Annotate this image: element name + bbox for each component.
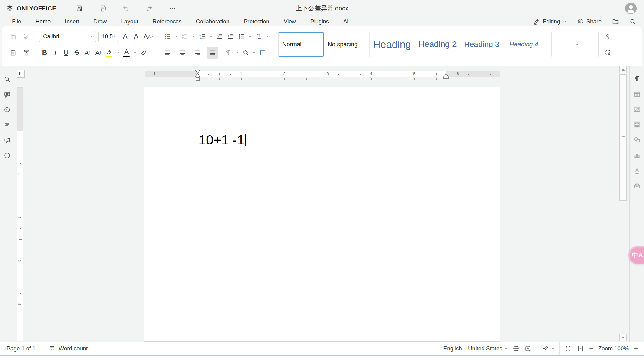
- vertical-ruler[interactable]: 1234: [17, 87, 23, 341]
- replace-button[interactable]: [603, 31, 614, 42]
- decrease-indent-button[interactable]: [214, 31, 225, 42]
- highlight-color-dropdown[interactable]: [115, 47, 121, 59]
- bullets-button[interactable]: [162, 31, 173, 42]
- paragraph-direction-dropdown[interactable]: [264, 31, 271, 42]
- change-case-button[interactable]: AA: [142, 31, 156, 42]
- zoom-out-button[interactable]: −: [589, 345, 593, 352]
- underline-button[interactable]: U: [61, 47, 71, 59]
- undo-button[interactable]: [121, 3, 131, 13]
- heading-2-style[interactable]: Heading 2: [415, 32, 460, 57]
- image-settings-button[interactable]: [633, 106, 641, 113]
- scroll-up-button[interactable]: [619, 66, 627, 73]
- track-changes-button[interactable]: [542, 345, 555, 352]
- comments-button[interactable]: [3, 91, 11, 98]
- multilevel-dropdown[interactable]: [208, 31, 214, 42]
- decrease-font-size-button[interactable]: Aˇ: [131, 31, 142, 42]
- copy-button[interactable]: [8, 31, 19, 42]
- collaboration-tab[interactable]: Collaboration: [195, 17, 230, 26]
- select-all-button[interactable]: [603, 47, 614, 59]
- nonprinting-dropdown[interactable]: [234, 47, 240, 59]
- print-button[interactable]: [97, 3, 108, 13]
- strikethrough-button[interactable]: S: [71, 47, 82, 59]
- document-text[interactable]: 10+1 -1: [199, 132, 246, 148]
- headerfooter-settings-button[interactable]: [633, 121, 641, 128]
- shape-settings-button[interactable]: [633, 136, 641, 143]
- nonprinting-characters-button[interactable]: [223, 47, 234, 59]
- paragraph-direction-button[interactable]: [253, 31, 264, 42]
- open-file-location-button[interactable]: [612, 18, 619, 25]
- chat-button[interactable]: [3, 106, 11, 113]
- line-spacing-dropdown[interactable]: [247, 31, 253, 42]
- no-spacing-style[interactable]: No spacing: [324, 32, 370, 57]
- protection-tab[interactable]: Protection: [243, 17, 270, 26]
- view-tab[interactable]: View: [283, 17, 297, 26]
- scrollbar-thumb[interactable]: [619, 74, 627, 201]
- draw-tab[interactable]: Draw: [93, 17, 107, 26]
- copy-style-button[interactable]: [21, 47, 32, 59]
- font-size-select[interactable]: 10.5: [98, 31, 118, 42]
- fit-width-button[interactable]: [577, 345, 584, 352]
- paste-button[interactable]: [8, 47, 19, 59]
- shading-button[interactable]: [240, 47, 251, 59]
- translate-plugin-button[interactable]: 中A: [628, 246, 644, 264]
- multilevel-list-button[interactable]: [197, 31, 208, 42]
- about-button[interactable]: [3, 152, 11, 159]
- ai-tab[interactable]: AI: [343, 17, 349, 26]
- file-tab[interactable]: File: [11, 17, 22, 26]
- references-tab[interactable]: References: [152, 17, 182, 26]
- right-indent-marker[interactable]: [443, 74, 449, 80]
- zoom-in-button[interactable]: +: [634, 345, 638, 352]
- align-center-button[interactable]: [177, 47, 188, 59]
- line-spacing-button[interactable]: [236, 31, 247, 42]
- table-settings-button[interactable]: [633, 90, 641, 98]
- numbering-dropdown[interactable]: [190, 31, 197, 42]
- layout-tab[interactable]: Layout: [120, 17, 139, 26]
- mailmerge-settings-button[interactable]: [633, 182, 641, 189]
- borders-button[interactable]: [257, 47, 268, 59]
- heading-4-style[interactable]: Heading 4: [506, 32, 551, 57]
- save-button[interactable]: [74, 3, 84, 13]
- plugins-tab[interactable]: Plugins: [310, 17, 329, 26]
- font-name-select[interactable]: Calibri: [39, 31, 96, 42]
- italic-button[interactable]: I: [50, 47, 61, 59]
- tab-stop-selector[interactable]: L: [17, 70, 25, 78]
- bold-button[interactable]: B: [39, 47, 50, 59]
- document-language-button[interactable]: [512, 345, 520, 352]
- navigation-button[interactable]: [3, 121, 11, 129]
- style-gallery-expand-button[interactable]: [552, 32, 598, 57]
- increase-indent-button[interactable]: [225, 31, 236, 42]
- highlight-color-button[interactable]: [104, 47, 115, 59]
- share-button[interactable]: Share: [577, 18, 602, 25]
- numbering-button[interactable]: [180, 31, 190, 42]
- heading-1-style[interactable]: Heading 1: [370, 32, 415, 57]
- editing-mode-button[interactable]: Editing: [533, 18, 567, 25]
- cut-button[interactable]: [21, 31, 32, 42]
- document-page[interactable]: 10+1 -1: [144, 87, 500, 342]
- borders-dropdown[interactable]: [268, 47, 275, 59]
- fit-page-button[interactable]: [564, 345, 572, 352]
- increase-font-size-button[interactable]: Aˆ: [120, 31, 131, 42]
- text-language-select[interactable]: English – United States: [443, 345, 508, 352]
- user-avatar[interactable]: [625, 2, 637, 14]
- horizontal-ruler[interactable]: 1123456: [145, 71, 499, 77]
- feedback-button[interactable]: [3, 137, 11, 144]
- search-button[interactable]: [629, 18, 636, 25]
- shading-dropdown[interactable]: [251, 47, 257, 59]
- font-color-button[interactable]: A: [121, 47, 132, 59]
- textart-settings-button[interactable]: [633, 167, 641, 174]
- search-button[interactable]: [3, 76, 11, 83]
- subscript-button[interactable]: A1: [93, 47, 104, 59]
- bullets-dropdown[interactable]: [173, 31, 180, 42]
- word-count-button[interactable]: Word count: [42, 345, 94, 352]
- superscript-button[interactable]: A1: [82, 47, 93, 59]
- home-tab[interactable]: Home: [35, 17, 51, 26]
- redo-button[interactable]: [144, 3, 154, 13]
- scroll-down-button[interactable]: [619, 334, 627, 341]
- paragraph-settings-button[interactable]: [633, 75, 641, 82]
- customize-quick-access-button[interactable]: [167, 3, 178, 13]
- align-left-button[interactable]: [162, 47, 173, 59]
- align-justify-button[interactable]: [207, 47, 218, 59]
- indent-markers[interactable]: [195, 70, 201, 83]
- font-color-dropdown[interactable]: [132, 47, 138, 59]
- vertical-scrollbar[interactable]: [619, 66, 628, 342]
